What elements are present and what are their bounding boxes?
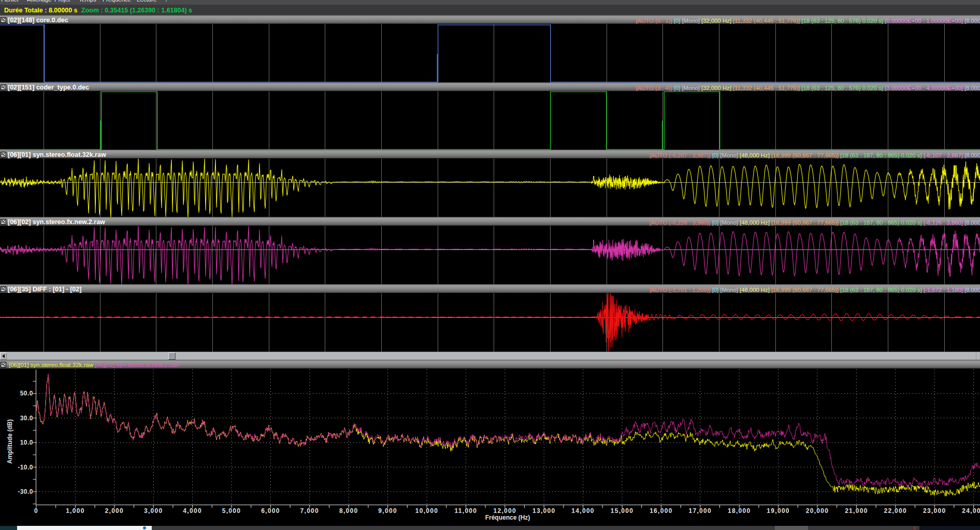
svg-text:9,000: 9,000	[378, 507, 397, 514]
svg-text:13,000: 13,000	[532, 507, 556, 514]
svg-text:Fréquence (Hz): Fréquence (Hz)	[485, 514, 530, 521]
svg-text:2,000: 2,000	[105, 507, 124, 514]
svg-text:-10.0: -10.0	[18, 464, 33, 471]
svg-text:6,000: 6,000	[261, 507, 280, 514]
svg-text:1,000: 1,000	[66, 507, 85, 514]
svg-text:15,000: 15,000	[611, 507, 634, 514]
svg-text:7,000: 7,000	[300, 507, 320, 514]
svg-text:4,000: 4,000	[183, 507, 202, 514]
svg-text:5,000: 5,000	[222, 507, 241, 514]
svg-text:16,000: 16,000	[650, 507, 673, 514]
svg-text:3,000: 3,000	[144, 507, 163, 514]
svg-text:-30.0: -30.0	[18, 488, 33, 495]
svg-text:11,000: 11,000	[454, 507, 477, 514]
svg-text:18,000: 18,000	[728, 507, 751, 514]
svg-text:22,000: 22,000	[884, 507, 907, 514]
svg-text:50.0: 50.0	[20, 390, 33, 397]
svg-text:14,000: 14,000	[571, 507, 595, 514]
svg-text:10,000: 10,000	[415, 507, 439, 514]
svg-text:10.0: 10.0	[20, 439, 33, 446]
svg-text:17,000: 17,000	[689, 507, 712, 514]
svg-text:30.0: 30.0	[20, 415, 33, 422]
svg-text:24,000: 24,000	[962, 507, 980, 514]
svg-text:23,000: 23,000	[923, 507, 946, 514]
svg-text:Amplitude (dB): Amplitude (dB)	[6, 419, 13, 464]
svg-text:8,000: 8,000	[339, 507, 358, 514]
svg-text:0: 0	[34, 507, 38, 514]
svg-text:20,000: 20,000	[806, 507, 829, 514]
svg-text:12,000: 12,000	[494, 507, 517, 514]
svg-text:19,000: 19,000	[767, 507, 790, 514]
svg-text:21,000: 21,000	[845, 507, 868, 514]
